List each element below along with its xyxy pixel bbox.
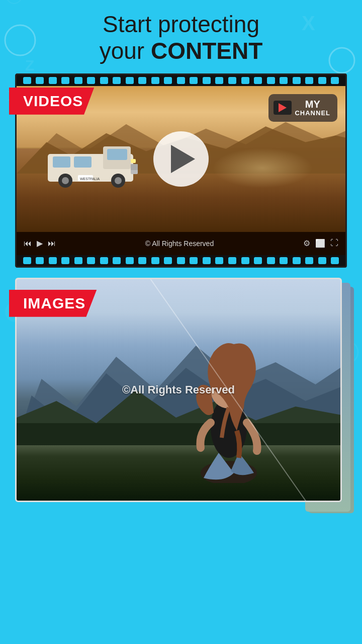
van: WESTFALIA (43, 139, 143, 191)
header-line2-bold: CONTENT (151, 38, 262, 64)
image-section: ©All Rights Reserved IMAGES (8, 278, 354, 502)
perf (100, 77, 108, 84)
perf (280, 257, 288, 264)
header-title: Start protecting your CONTENT (5, 11, 357, 64)
perf (293, 77, 301, 84)
film-stack: WESTFALIA MY CHANNEL (15, 73, 347, 268)
perf (280, 77, 288, 84)
dust-cloud (212, 148, 313, 188)
perf (23, 77, 31, 84)
girl-figure (189, 332, 269, 483)
skip-back-icon[interactable]: ⏮ (24, 239, 32, 248)
perf (177, 77, 185, 84)
perf (74, 257, 82, 264)
perf (241, 77, 249, 84)
perf (61, 77, 69, 84)
videos-ribbon-label: VIDEOS (9, 88, 94, 115)
my-label: MY (295, 99, 330, 109)
perf (267, 257, 275, 264)
perf (177, 257, 185, 264)
video-copyright: © All Rights Reserved (61, 239, 298, 248)
perf (138, 77, 146, 84)
images-ribbon-label: IMAGES (9, 290, 97, 317)
header-line1: Start protecting (103, 11, 259, 37)
svg-point-17 (62, 177, 69, 184)
perf (49, 257, 57, 264)
settings-icon[interactable]: ⚙ (303, 238, 310, 248)
image-stack: ©All Rights Reserved IMAGES (15, 278, 347, 502)
fullscreen-icon[interactable]: ⛶ (330, 238, 338, 248)
channel-label: CHANNEL (295, 109, 330, 117)
perf (318, 77, 326, 84)
perf (151, 77, 159, 84)
perf (23, 257, 31, 264)
videos-ribbon: VIDEOS (9, 88, 94, 115)
perf (138, 257, 146, 264)
perf (74, 77, 82, 84)
perf (215, 257, 223, 264)
perf (203, 77, 211, 84)
channel-text: MY CHANNEL (295, 99, 330, 117)
film-perfs-bottom (17, 255, 345, 266)
perf (228, 257, 236, 264)
perf (190, 257, 198, 264)
perf (203, 257, 211, 264)
svg-rect-13 (107, 149, 127, 160)
svg-rect-14 (53, 156, 70, 168)
perf (100, 257, 108, 264)
perf (241, 257, 249, 264)
perf (331, 77, 339, 84)
perf (305, 257, 313, 264)
van-svg: WESTFALIA (43, 139, 143, 189)
perf (126, 257, 134, 264)
window-icon[interactable]: ⬜ (315, 238, 325, 248)
perf (126, 77, 134, 84)
perf (293, 257, 301, 264)
perf (305, 77, 313, 84)
header: Start protecting your CONTENT (0, 0, 362, 73)
perf (215, 77, 223, 84)
perf (190, 77, 198, 84)
play-icon (171, 145, 195, 173)
svg-rect-15 (74, 156, 92, 168)
perf (164, 257, 172, 264)
perf (151, 257, 159, 264)
perf (228, 77, 236, 84)
svg-rect-21 (131, 159, 136, 163)
perf (36, 257, 44, 264)
perf (87, 77, 95, 84)
perf (49, 77, 57, 84)
play-button[interactable] (153, 131, 209, 187)
perf (36, 77, 44, 84)
channel-icon (274, 101, 292, 115)
mountain-shapes (17, 335, 340, 445)
video-controls-bar: ⏮ ▶ ⏭ © All Rights Reserved ⚙ ⬜ ⛶ (17, 232, 345, 255)
perf (331, 257, 339, 264)
svg-point-19 (115, 177, 122, 184)
perf (113, 257, 121, 264)
perf (254, 257, 262, 264)
svg-rect-28 (17, 423, 340, 445)
film-perfs-top (17, 75, 345, 86)
perf (318, 257, 326, 264)
play-control-icon[interactable]: ▶ (37, 238, 43, 248)
images-ribbon: IMAGES (9, 290, 97, 317)
perf (164, 77, 172, 84)
svg-rect-22 (131, 164, 138, 170)
perf (87, 257, 95, 264)
perf (254, 77, 262, 84)
perf (267, 77, 275, 84)
skip-forward-icon[interactable]: ⏭ (48, 239, 56, 248)
perf (113, 77, 121, 84)
video-section: WESTFALIA MY CHANNEL (8, 73, 354, 268)
my-channel-badge: MY CHANNEL (268, 94, 337, 122)
perf (61, 257, 69, 264)
header-line2-normal: your (100, 38, 151, 64)
right-controls: ⚙ ⬜ ⛶ (303, 238, 338, 248)
svg-text:WESTFALIA: WESTFALIA (80, 177, 100, 181)
